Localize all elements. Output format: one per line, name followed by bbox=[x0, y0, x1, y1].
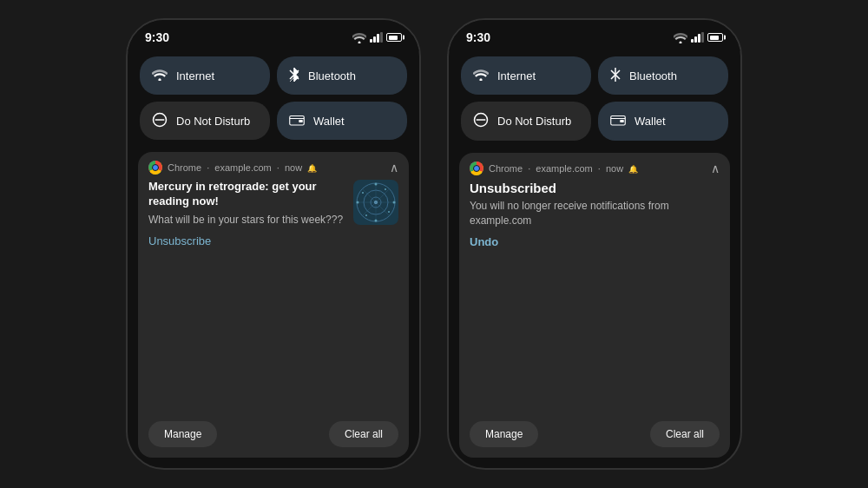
wifi-icon-left bbox=[352, 32, 366, 43]
qs-bluetooth-left[interactable]: Bluetooth bbox=[277, 56, 407, 95]
qs-bluetooth-label-left: Bluetooth bbox=[308, 69, 356, 82]
qs-dnd-right[interactable]: Do Not Disturb bbox=[461, 102, 591, 141]
notif-body-left: Mercury in retrograde: get your reading … bbox=[138, 180, 409, 414]
qs-dnd-left[interactable]: Do Not Disturb bbox=[140, 102, 270, 140]
dnd-icon-right bbox=[473, 112, 489, 130]
chrome-icon-left bbox=[148, 161, 162, 175]
wallet-icon-right bbox=[610, 114, 626, 129]
qs-dnd-label-right: Do Not Disturb bbox=[497, 115, 571, 128]
notification-area-left: Chrome · example.com · now 🔔 ∧ Mercury i… bbox=[128, 148, 419, 468]
clear-all-btn-left[interactable]: Clear all bbox=[329, 421, 398, 447]
wifi-qs-icon-left bbox=[152, 69, 168, 83]
notif-content-row-left: Mercury in retrograde: get your reading … bbox=[148, 180, 398, 228]
notif-app-name-right: Chrome · example.com · now 🔔 bbox=[489, 163, 638, 174]
notif-expand-icon-left[interactable]: ∧ bbox=[390, 161, 398, 175]
status-bar-right: 9:30 bbox=[449, 20, 740, 51]
svg-point-14 bbox=[393, 201, 396, 204]
status-time-right: 9:30 bbox=[466, 30, 490, 44]
battery-icon-left bbox=[386, 33, 402, 42]
svg-point-18 bbox=[388, 211, 390, 213]
manage-btn-left[interactable]: Manage bbox=[148, 421, 217, 447]
svg-point-15 bbox=[375, 220, 378, 222]
qs-wallet-left[interactable]: Wallet bbox=[277, 102, 407, 140]
signal-icon-right bbox=[691, 32, 704, 43]
notif-app-info-left: Chrome · example.com · now 🔔 bbox=[148, 161, 317, 175]
notif-title-left: Mercury in retrograde: get your reading … bbox=[148, 180, 345, 209]
notif-actions-right: Manage Clear all bbox=[459, 414, 730, 458]
phone-right: 9:30 Internet bbox=[447, 18, 742, 470]
notif-image-left bbox=[353, 180, 398, 225]
qs-internet-label-left: Internet bbox=[176, 69, 214, 82]
notif-header-left: Chrome · example.com · now 🔔 ∧ bbox=[138, 152, 409, 180]
qs-bluetooth-right[interactable]: Bluetooth bbox=[598, 56, 728, 95]
manage-btn-right[interactable]: Manage bbox=[470, 421, 538, 447]
svg-point-19 bbox=[365, 214, 367, 216]
clear-all-btn-right[interactable]: Clear all bbox=[650, 421, 720, 447]
notif-text-left: Mercury in retrograde: get your reading … bbox=[148, 180, 345, 228]
qs-internet-right[interactable]: Internet bbox=[461, 56, 591, 95]
status-icons-right bbox=[674, 32, 723, 43]
signal-icon-left bbox=[370, 32, 383, 43]
wifi-icon-right bbox=[674, 32, 687, 43]
notif-unsub-title-right: Unsubscribed bbox=[470, 181, 720, 195]
qs-bluetooth-label-right: Bluetooth bbox=[629, 69, 677, 82]
qs-dnd-label-left: Do Not Disturb bbox=[176, 115, 250, 128]
wifi-qs-icon-right bbox=[473, 69, 489, 83]
qs-internet-label-right: Internet bbox=[497, 69, 536, 82]
notif-app-name-left: Chrome · example.com · now 🔔 bbox=[168, 162, 317, 173]
notif-undo-btn-right[interactable]: Undo bbox=[470, 235, 720, 248]
notif-unsub-desc-right: You will no longer receive notifications… bbox=[470, 199, 720, 228]
notif-expand-icon-right[interactable]: ∧ bbox=[711, 162, 720, 175]
qs-wallet-label-right: Wallet bbox=[635, 115, 666, 128]
svg-point-20 bbox=[362, 192, 364, 194]
quick-settings-right: Internet Bluetooth Do Not Disturb bbox=[449, 51, 740, 149]
notif-body-text-left: What will be in your stars for this week… bbox=[148, 213, 345, 228]
notif-body-right: Unsubscribed You will no longer receive … bbox=[459, 181, 730, 414]
bluetooth-icon-right bbox=[610, 67, 621, 84]
qs-internet-left[interactable]: Internet bbox=[140, 56, 270, 95]
qs-wallet-right[interactable]: Wallet bbox=[598, 102, 728, 141]
notif-actions-left: Manage Clear all bbox=[138, 414, 409, 458]
svg-point-13 bbox=[375, 183, 378, 186]
qs-wallet-label-left: Wallet bbox=[313, 115, 345, 128]
status-icons-left bbox=[352, 32, 402, 43]
notification-card-right: Chrome · example.com · now 🔔 ∧ Unsubscri… bbox=[459, 153, 730, 458]
wallet-icon-left bbox=[289, 114, 305, 129]
dnd-icon-left bbox=[152, 112, 168, 129]
bluetooth-icon-left bbox=[289, 67, 299, 84]
chrome-icon-right bbox=[470, 162, 483, 175]
svg-rect-25 bbox=[620, 120, 624, 122]
quick-settings-left: Internet Bluetooth Do Not Disturb bbox=[128, 51, 419, 148]
notif-app-info-right: Chrome · example.com · now 🔔 bbox=[470, 162, 638, 175]
notif-unsubscribe-btn-left[interactable]: Unsubscribe bbox=[148, 234, 398, 247]
status-bar-left: 9:30 bbox=[128, 20, 419, 51]
notification-area-right: Chrome · example.com · now 🔔 ∧ Unsubscri… bbox=[449, 149, 740, 468]
battery-icon-right bbox=[707, 33, 723, 42]
notification-card-left: Chrome · example.com · now 🔔 ∧ Mercury i… bbox=[138, 152, 409, 458]
notif-header-right: Chrome · example.com · now 🔔 ∧ bbox=[459, 153, 730, 181]
status-time-left: 9:30 bbox=[145, 30, 169, 44]
svg-point-17 bbox=[385, 188, 386, 190]
svg-point-16 bbox=[357, 201, 359, 204]
svg-rect-4 bbox=[299, 120, 303, 122]
phone-left: 9:30 bbox=[126, 18, 421, 470]
